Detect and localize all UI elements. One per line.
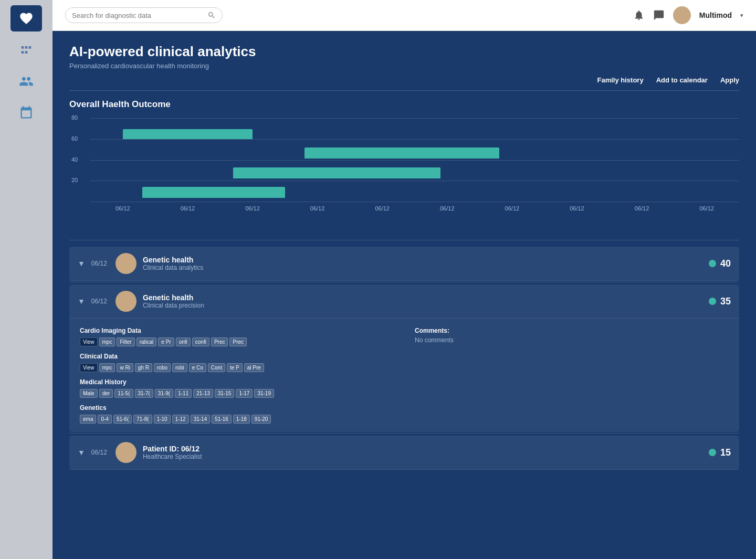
avatar-3 xyxy=(116,442,136,463)
chevron-icon-2[interactable]: ▼ xyxy=(78,297,85,305)
sidebar-item-people[interactable] xyxy=(10,68,42,94)
header-divider xyxy=(69,90,739,91)
x-label-7: 06/12 xyxy=(480,205,545,212)
record-date-3: 06/12 xyxy=(91,449,107,456)
comments-section: Comments: No comments xyxy=(415,327,729,346)
tag-alpre: al Pre xyxy=(244,363,264,372)
tag-cont: Cont xyxy=(208,363,225,372)
bar-group xyxy=(123,129,253,139)
tag-wri: w Ri xyxy=(117,363,133,372)
x-label-9: 06/12 xyxy=(610,205,675,212)
header-right: Multimod ▾ xyxy=(633,6,743,24)
tag-prec1: Prec xyxy=(211,337,228,346)
x-label-10: 06/12 xyxy=(674,205,739,212)
chevron-icon-1[interactable]: ▼ xyxy=(78,259,85,268)
bar-group-2 xyxy=(304,147,499,159)
tag-view-2: View xyxy=(80,363,98,372)
tag-111: 1-11 xyxy=(175,389,192,398)
gridline-20: 20 xyxy=(90,181,739,181)
cardio-imaging-label: Cardio Imaging Data xyxy=(80,327,394,334)
tag-115: 11-5( xyxy=(114,389,133,398)
record-sub-2: Clinical data precision xyxy=(143,302,709,309)
chat-icon[interactable] xyxy=(653,9,665,21)
x-label-4: 06/12 xyxy=(285,205,350,212)
record-score-1: 40 xyxy=(709,258,731,269)
family-history-link[interactable]: Family history xyxy=(597,76,643,84)
tag-319: 31-9( xyxy=(155,389,173,398)
tag-male: Male xyxy=(80,389,98,398)
bar-3 xyxy=(233,167,441,178)
tag-112: 1-12 xyxy=(172,415,189,424)
user-menu-chevron[interactable]: ▾ xyxy=(740,12,743,19)
record-name-2: Genetic health xyxy=(143,293,709,302)
record-score-3: 15 xyxy=(709,447,731,458)
chart-container: 80 60 40 20 xyxy=(69,118,739,227)
sep-2 xyxy=(69,433,739,434)
record-detail-2: Cardio Imaging Data View mpc Filter rati… xyxy=(69,319,739,432)
tag-view-1: View xyxy=(80,337,98,346)
medical-history-tags: Male der 11-5( 31-7( 31-9( 1-11 21-13 31… xyxy=(80,389,394,398)
record-row-2: ▼ 06/12 Genetic health Clinical data pre… xyxy=(69,284,739,432)
record-header-1[interactable]: ▼ 06/12 Genetic health Clinical data ana… xyxy=(69,247,739,281)
tag-mpc-1: mpc xyxy=(99,337,116,346)
x-label-8: 06/12 xyxy=(544,205,610,212)
tag-718: 71-8( xyxy=(133,415,152,424)
tag-2113: 21-13 xyxy=(193,389,213,398)
tag-9120: 91-20 xyxy=(251,415,271,424)
sidebar-item-calendar[interactable] xyxy=(10,100,42,126)
tag-robo: robo xyxy=(154,363,171,372)
tag-5116: 51-16 xyxy=(212,415,232,424)
tag-robi: robi xyxy=(172,363,187,372)
record-header-2[interactable]: ▼ 06/12 Genetic health Clinical data pre… xyxy=(69,284,739,319)
clinical-data-label: Clinical Data xyxy=(80,353,394,360)
add-to-calendar-link[interactable]: Add to calendar xyxy=(656,76,708,84)
avatar-1 xyxy=(116,253,136,274)
tag-118: 1-18 xyxy=(233,415,250,424)
bar-4 xyxy=(142,187,285,198)
main-content: Multimod ▾ AI-powered clinical analytics… xyxy=(52,0,756,559)
user-name[interactable]: Multimod xyxy=(699,11,732,19)
page-subtitle: Personalized cardiovascular health monit… xyxy=(69,62,739,70)
tag-ratical: ratical xyxy=(136,337,157,346)
header-actions: Family history Add to calendar Apply xyxy=(69,76,739,84)
user-avatar[interactable] xyxy=(673,6,691,24)
tag-der: der xyxy=(99,389,113,398)
notification-icon[interactable] xyxy=(633,9,645,21)
record-sub-3: Healthcare Specialist xyxy=(143,453,709,460)
chart-separator xyxy=(69,240,739,240)
tag-110: 1-10 xyxy=(154,415,171,424)
sidebar-item-diagram[interactable] xyxy=(10,37,42,63)
clinical-data-tags: View mpc w Ri gh R robo robi e Co Cont t… xyxy=(80,363,394,372)
gridline-0 xyxy=(90,202,739,202)
tag-04: 0-4 xyxy=(98,415,111,424)
tag-3114: 31-14 xyxy=(191,415,211,424)
tag-ema: ema xyxy=(80,415,96,424)
x-label-6: 06/12 xyxy=(415,205,480,212)
tag-epr: e Pr xyxy=(158,337,174,346)
tag-516: 51-6( xyxy=(113,415,132,424)
genetics-tags: ema 0-4 51-6( 71-8( 1-10 1-12 31-14 51-1… xyxy=(80,415,394,424)
record-date-1: 06/12 xyxy=(91,260,107,267)
gridline-40: 40 xyxy=(90,160,739,161)
record-header-3[interactable]: ▼ 06/12 Patient ID: 06/12 Healthcare Spe… xyxy=(69,436,739,470)
chevron-icon-3[interactable]: ▼ xyxy=(78,448,85,457)
comments-text: No comments xyxy=(415,336,729,344)
tag-tep: te P xyxy=(227,363,243,372)
page-title: AI-powered clinical analytics xyxy=(69,44,739,60)
medical-history-row: Medical History Male der 11-5( 31-7( 31-… xyxy=(80,378,394,398)
tag-onfi: onfi xyxy=(176,337,191,346)
x-label-5: 06/12 xyxy=(350,205,415,212)
tag-eco: e Co xyxy=(189,363,206,372)
chart-title: Overall Haelth Outcome xyxy=(69,99,739,110)
record-score-2: 35 xyxy=(709,296,731,307)
tag-317: 31-7( xyxy=(135,389,153,398)
gridline-80: 80 xyxy=(90,118,739,119)
sidebar-item-heart[interactable] xyxy=(10,5,42,31)
comments-label: Comments: xyxy=(415,327,729,334)
tag-prec2: Prec xyxy=(229,337,247,346)
search-box[interactable] xyxy=(65,7,223,23)
search-input[interactable] xyxy=(72,12,207,19)
apply-link[interactable]: Apply xyxy=(720,76,739,84)
record-info-2: Genetic health Clinical data precision xyxy=(143,293,709,309)
medical-history-label: Medical History xyxy=(80,378,394,386)
